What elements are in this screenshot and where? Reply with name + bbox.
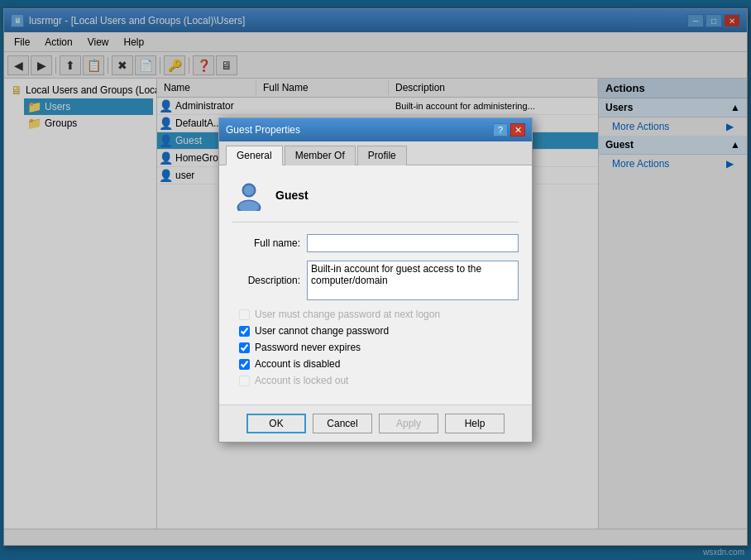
tab-profile[interactable]: Profile [357,146,407,165]
fullname-row: Full name: [232,234,519,252]
svg-point-2 [244,185,254,195]
dialog-footer: OK Cancel Apply Help [219,404,532,442]
cancel-button[interactable]: Cancel [313,414,372,433]
dialog-title-text: Guest Properties [226,124,300,136]
dialog-user-icon [232,179,265,212]
dialog-user-name: Guest [275,189,309,202]
help-button[interactable]: Help [445,414,505,433]
checkbox-4[interactable] [239,376,250,386]
dialog-help-icon-button[interactable]: ? [493,123,508,136]
checkbox-label-4: Account is locked out [255,375,348,386]
checkbox-3[interactable] [239,359,250,370]
checkbox-1[interactable] [239,326,250,337]
dialog-close-button[interactable]: ✕ [510,123,525,136]
checkbox-row-0: User must change password at next logon [232,309,519,320]
checkbox-label-2: Password never expires [255,342,361,353]
dialog-tabs: General Member Of Profile [219,141,532,165]
modal-overlay: Guest Properties ? ✕ General Member Of P… [0,0,751,560]
description-input[interactable]: Built-in account for guest access to the… [307,261,519,300]
guest-properties-dialog: Guest Properties ? ✕ General Member Of P… [218,117,533,443]
dialog-body: Guest Full name: Description: Built-in a… [219,165,532,404]
apply-button[interactable]: Apply [379,414,438,433]
checkbox-row-3: Account is disabled [232,358,519,370]
dialog-title-bar: Guest Properties ? ✕ [219,118,532,141]
dialog-user-header: Guest [232,179,519,223]
fullname-label: Full name: [232,237,307,249]
user-avatar-icon [233,179,265,211]
checkbox-row-4: Account is locked out [232,375,519,386]
checkbox-2[interactable] [239,342,250,353]
checkbox-label-0: User must change password at next logon [255,309,440,320]
fullname-input[interactable] [307,234,519,252]
checkbox-0[interactable] [239,309,250,320]
checkbox-row-2: Password never expires [232,342,519,353]
tab-general[interactable]: General [226,146,283,165]
checkbox-label-1: User cannot change password [255,325,389,337]
ok-button[interactable]: OK [246,414,306,433]
checkbox-label-3: Account is disabled [255,358,340,370]
dialog-title-controls: ? ✕ [493,123,525,136]
description-row: Description: Built-in account for guest … [232,261,519,300]
checkbox-row-1: User cannot change password [232,325,519,337]
description-label: Description: [232,275,307,286]
tab-member-of[interactable]: Member Of [285,146,356,165]
